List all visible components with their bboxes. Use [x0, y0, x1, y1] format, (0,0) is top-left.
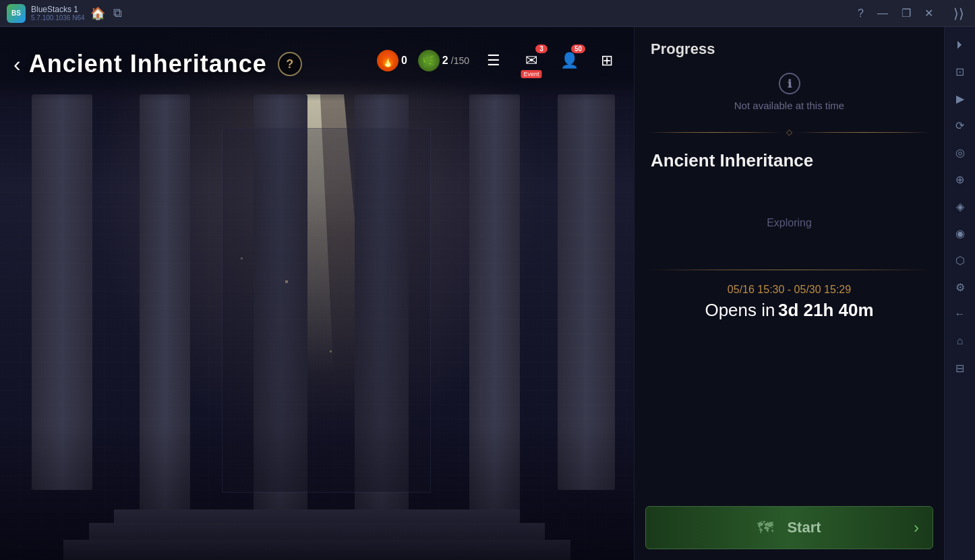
toolbar-btn-widget[interactable]: ⊟ — [948, 356, 972, 380]
not-available-text: Not available at this time — [734, 100, 844, 111]
game-view: ‹ Ancient Inheritance ? 🔥 0 🌿 2 /150 — [0, 27, 634, 560]
toolbar-btn-target[interactable]: ◎ — [948, 140, 972, 164]
schedule-section: 05/16 15:30 - 05/30 15:29 Opens in 3d 21… — [634, 270, 944, 332]
progress-panel: Progress ℹ Not available at this time ◇ … — [634, 27, 944, 560]
minimize-button[interactable]: — — [873, 6, 892, 21]
map-icon: 🗺 — [757, 518, 773, 537]
exploring-text: Exploring — [634, 177, 944, 270]
flame-icon: 🔥 — [377, 50, 398, 71]
mail-badge: 3 — [535, 44, 548, 53]
restore-button[interactable]: ❐ — [897, 5, 915, 21]
toolbar-btn-layers[interactable]: ⊕ — [948, 167, 972, 191]
header-right-icons: 🔥 0 🌿 2 /150 ☰ ✉ 3 Event 👤 — [377, 27, 634, 94]
start-button-area: 🗺 Start › — [634, 498, 944, 560]
start-label: Start — [787, 519, 821, 536]
schedule-dates: 05/16 15:30 - 05/30 15:29 — [728, 284, 851, 296]
mail-icon: ✉ — [525, 52, 537, 69]
toolbar-btn-back[interactable]: ← — [948, 302, 972, 326]
toolbar-btn-refresh[interactable]: ⟳ — [948, 113, 972, 137]
progress-header: Progress — [634, 27, 944, 66]
divider-line-right — [798, 132, 930, 133]
event-label: Event — [521, 70, 541, 78]
app-version: 5.7.100.1036 N64 — [31, 14, 85, 22]
currency-flame: 🔥 0 — [377, 50, 407, 71]
titlebar-nav-icons: 🏠 ⧉ — [90, 6, 122, 21]
start-button[interactable]: 🗺 Start › — [645, 506, 933, 549]
side-toolbar: ⏵ ⊡ ▶ ⟳ ◎ ⊕ ◈ ◉ ⬡ ⚙ ← ⌂ ⊟ — [944, 27, 975, 560]
help-button[interactable]: ? — [278, 52, 302, 76]
main-area: ‹ Ancient Inheritance ? 🔥 0 🌿 2 /150 — [0, 27, 975, 560]
start-arrow-icon: › — [914, 518, 919, 537]
back-button[interactable]: ‹ Ancient Inheritance — [13, 50, 267, 78]
close-button[interactable]: ✕ — [920, 5, 937, 21]
opens-in-row: Opens in 3d 21h 40m — [705, 300, 873, 321]
toolbar-btn-record[interactable]: ▶ — [948, 86, 972, 111]
titlebar-left: BS BlueStacks 1 5.7.100.1036 N64 🏠 ⧉ — [7, 4, 122, 23]
profile-badge: 50 — [571, 44, 585, 53]
toolbar-btn-settings[interactable]: ⚙ — [948, 275, 972, 299]
toolbar-btn-hex[interactable]: ⬡ — [948, 248, 972, 272]
divider-diamond-icon: ◇ — [786, 127, 792, 137]
temple-scene — [0, 27, 634, 560]
temple-background: ‹ Ancient Inheritance ? 🔥 0 🌿 2 /150 — [0, 27, 634, 560]
menu-icon-btn[interactable]: ☰ — [480, 47, 507, 74]
progress-title: Progress — [651, 40, 715, 57]
info-symbol: ℹ — [788, 77, 792, 90]
toolbar-btn-home[interactable]: ⌂ — [948, 329, 972, 353]
toolbar-btn-diamond[interactable]: ◈ — [948, 194, 972, 218]
help-button[interactable]: ? — [854, 6, 868, 21]
mail-icon-btn[interactable]: ✉ 3 Event — [518, 47, 545, 74]
multiinstance-icon[interactable]: ⧉ — [113, 6, 122, 20]
grid-icon: ⊞ — [601, 52, 613, 69]
divider-top: ◇ — [634, 125, 944, 139]
currency2-count: 2 — [442, 55, 448, 67]
content-right: Progress ℹ Not available at this time ◇ … — [634, 27, 975, 560]
toolbar-btn-capture[interactable]: ⊡ — [948, 59, 972, 84]
info-icon: ℹ — [779, 73, 800, 94]
app-name: BlueStacks 1 — [31, 5, 85, 14]
grid-icon-btn[interactable]: ⊞ — [593, 47, 620, 74]
leaf-icon: 🌿 — [418, 50, 440, 71]
expand-button[interactable]: ⟩⟩ — [949, 4, 968, 23]
temple-visual — [0, 94, 634, 560]
home-icon[interactable]: 🏠 — [90, 6, 105, 21]
divider-line-left — [648, 132, 781, 133]
toolbar-btn-map[interactable]: ◉ — [948, 221, 972, 245]
menu-icon: ☰ — [487, 52, 500, 69]
page-title: Ancient Inheritance — [29, 50, 267, 78]
profile-icon-btn[interactable]: 👤 50 — [556, 47, 583, 74]
currency1-count: 0 — [401, 55, 407, 67]
event-title: Ancient Inheritance — [634, 139, 944, 177]
question-icon: ? — [286, 57, 293, 71]
bluestacks-logo: BS — [7, 4, 26, 23]
opens-time-value: 3d 21h 40m — [778, 300, 874, 320]
titlebar: BS BlueStacks 1 5.7.100.1036 N64 🏠 ⧉ ? —… — [0, 0, 975, 27]
titlebar-controls: ? — ❐ ✕ ⟩⟩ — [854, 4, 968, 23]
currency-leaf: 🌿 2 /150 — [418, 50, 469, 71]
currency2-max: /150 — [451, 55, 469, 66]
app-info: BlueStacks 1 5.7.100.1036 N64 — [31, 5, 85, 22]
profile-icon: 👤 — [560, 52, 579, 69]
toolbar-btn-play[interactable]: ⏵ — [948, 32, 972, 57]
progress-section: Progress ℹ Not available at this time ◇ … — [634, 27, 944, 498]
not-available-section: ℹ Not available at this time — [634, 66, 944, 125]
back-arrow-icon: ‹ — [13, 53, 21, 75]
opens-label: Opens in — [705, 300, 775, 320]
